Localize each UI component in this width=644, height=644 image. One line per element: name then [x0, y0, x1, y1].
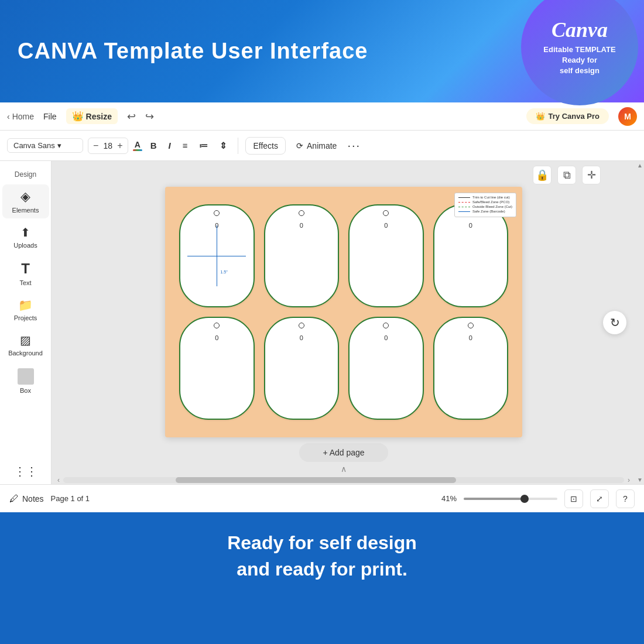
font-color-button[interactable]: A [133, 140, 142, 151]
font-selector[interactable]: Canva Sans ▾ [7, 138, 83, 153]
legend-row-1: Trim to Cut line (die cut) [458, 196, 512, 199]
canvas-toolbar: 🔒 ⧉ ✛ [52, 161, 636, 187]
legend-row-2: Safe/Bleed Zone (PCO) [458, 200, 512, 204]
legend-box: Trim to Cut line (die cut) Safe/Bleed Zo… [454, 193, 516, 217]
tag-hole-1 [214, 210, 220, 216]
tag-hole-7 [383, 323, 389, 328]
tag-4[interactable]: 0 [433, 204, 509, 307]
notes-label: Notes [22, 494, 44, 503]
font-size-plus[interactable]: + [117, 141, 122, 151]
tag-8[interactable]: 0 [433, 317, 509, 420]
canva-ui: ‹ Home File 👑 Resize ↩ ↪ 👑 Try Canva Pro… [0, 102, 644, 512]
font-size-control: − 18 + [88, 138, 128, 154]
align-button[interactable]: ≡ [179, 138, 191, 153]
sidebar-item-background[interactable]: ▨ Background [2, 328, 49, 361]
notes-button[interactable]: 🖊 Notes [9, 494, 44, 504]
sidebar-item-text[interactable]: T Text [2, 256, 49, 291]
tag-7[interactable]: 0 [348, 317, 424, 420]
tag-5[interactable]: 0 [179, 317, 255, 420]
horizontal-scrollbar[interactable] [63, 477, 624, 483]
zoom-slider[interactable] [464, 498, 557, 500]
sidebar-item-elements[interactable]: ◈ Elements [2, 184, 49, 218]
projects-label: Projects [14, 314, 37, 321]
home-menu-item[interactable]: Home [12, 112, 34, 121]
help-button[interactable]: ? [616, 489, 635, 508]
bold-button[interactable]: B [147, 138, 160, 153]
text-label: Text [19, 279, 31, 286]
list-button[interactable]: ≔ [196, 138, 211, 153]
undo-button[interactable]: ↩ [127, 110, 136, 123]
zoom-thumb [520, 495, 529, 503]
tag-hole-3 [383, 210, 389, 216]
top-banner: CANVA Template User Interface Canva Edit… [0, 0, 644, 102]
tag-1[interactable]: 0 1.5" [179, 204, 255, 307]
lock-button[interactable]: 🔒 [533, 166, 551, 184]
projects-icon: 📁 [18, 298, 33, 312]
status-bar: 🖊 Notes Page 1 of 1 41% ⊡ ⤢ ? [0, 484, 644, 512]
fullscreen-button[interactable]: ⤢ [590, 489, 609, 508]
user-avatar[interactable]: M [618, 107, 637, 126]
font-color-label: A [135, 140, 141, 149]
design-canvas[interactable]: Trim to Cut line (die cut) Safe/Bleed Zo… [165, 187, 522, 437]
vertical-scrollbar[interactable]: ▲ ▼ [636, 161, 644, 484]
tag-number-2: 0 [300, 222, 303, 229]
more-options-button[interactable]: ··· [347, 139, 361, 152]
font-size-minus[interactable]: − [93, 141, 98, 151]
canvas-wrapper: 🔒 ⧉ ✛ Trim to Cut line (die cut) Safe/Bl… [52, 161, 636, 484]
copy-button[interactable]: ⧉ [557, 166, 576, 184]
redo-button[interactable]: ↪ [145, 110, 154, 123]
add-page-button[interactable]: + Add page [299, 443, 388, 462]
legend-row-3: Outside Bleed Zone (Cut) [458, 205, 512, 208]
tag-number-7: 0 [384, 334, 388, 341]
elements-icon: ◈ [20, 189, 30, 204]
italic-button[interactable]: I [165, 138, 174, 153]
back-button[interactable]: ‹ Home [7, 112, 34, 121]
tag-3[interactable]: 0 [348, 204, 424, 307]
toolbar-separator [238, 138, 238, 154]
h-scrollbar-area: ‹ › [52, 476, 636, 484]
animate-icon: ⟳ [296, 141, 303, 150]
background-label: Background [8, 350, 43, 357]
sidebar-item-box[interactable]: Box [2, 364, 49, 399]
scroll-right-btn[interactable]: › [628, 476, 630, 484]
left-sidebar: Design ◈ Elements ⬆ Uploads T Text 📁 Pro… [0, 161, 52, 484]
fit-page-button[interactable]: ⊡ [564, 489, 583, 508]
animate-button[interactable]: ⟳ Animate [290, 138, 342, 154]
tag-2[interactable]: 0 [264, 204, 340, 307]
rotate-button[interactable]: ↻ [603, 311, 626, 334]
sidebar-item-uploads[interactable]: ⬆ Uploads [2, 221, 49, 254]
color-underline [133, 149, 142, 151]
page-indicator: Page 1 of 1 [51, 494, 90, 503]
canva-logo: Canva [551, 18, 608, 42]
scroll-left-btn[interactable]: ‹ [57, 476, 60, 484]
font-size-value[interactable]: 18 [102, 141, 114, 150]
legend-row-4: Safe Zone (Barcode) [458, 210, 512, 213]
scrollbar-thumb [176, 477, 456, 483]
spacing-button[interactable]: ⇕ [216, 138, 231, 153]
effects-button[interactable]: Effects [245, 137, 286, 155]
scroll-down-btn[interactable]: ▼ [637, 477, 643, 483]
crosshair-vertical [217, 225, 217, 286]
tag-number-8: 0 [469, 334, 472, 341]
more-apps-button[interactable]: ⋮⋮ [14, 464, 37, 478]
add-element-button[interactable]: ✛ [582, 166, 601, 184]
elements-label: Elements [12, 207, 39, 214]
chevron-down-icon: ▾ [57, 141, 61, 150]
add-page-row: + Add page [52, 443, 636, 462]
sidebar-item-projects[interactable]: 📁 Projects [2, 293, 49, 326]
file-menu-item[interactable]: File [43, 112, 57, 121]
toolbar: Canva Sans ▾ − 18 + A B I ≡ ≔ ⇕ Effects … [0, 131, 644, 161]
pro-crown-icon: 👑 [536, 112, 545, 121]
zoom-level: 41% [436, 494, 457, 503]
collapse-arrow[interactable]: ∧ [341, 464, 347, 474]
badge-text: Editable TEMPLATE Ready for self design [543, 44, 615, 77]
try-pro-button[interactable]: 👑 Try Canva Pro [526, 108, 609, 124]
resize-button[interactable]: 👑 Resize [66, 108, 118, 124]
design-tab[interactable]: Design [2, 167, 49, 182]
legend-line-dot-dashed [458, 207, 470, 207]
scroll-up-btn[interactable]: ▲ [637, 162, 643, 169]
tag-6[interactable]: 0 [264, 317, 340, 420]
background-icon: ▨ [20, 333, 31, 347]
tag-number-5: 0 [215, 334, 218, 341]
tag-number-3: 0 [384, 222, 388, 229]
